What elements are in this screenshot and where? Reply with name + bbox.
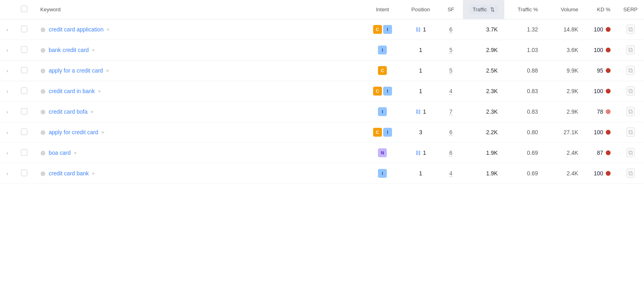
- row-expand-cell[interactable]: ›: [0, 102, 14, 122]
- serp-cell[interactable]: ⧉: [617, 102, 644, 122]
- sf-cell[interactable]: 6: [439, 122, 463, 143]
- serp-preview-button[interactable]: ⧉: [626, 25, 635, 34]
- serp-cell[interactable]: ⧉: [617, 19, 644, 40]
- intent-cell: I: [362, 40, 402, 60]
- expand-chevron-icon[interactable]: ›: [6, 150, 8, 156]
- serp-preview-button[interactable]: ⧉: [626, 127, 635, 137]
- serp-cell[interactable]: ⧉: [617, 143, 644, 163]
- serp-preview-button[interactable]: ⧉: [626, 169, 635, 178]
- serp-preview-button[interactable]: ⧉: [626, 45, 635, 54]
- row-checkbox[interactable]: [21, 108, 27, 114]
- select-all-checkbox[interactable]: [21, 6, 27, 12]
- row-expand-cell[interactable]: ›: [0, 40, 14, 60]
- row-checkbox-cell[interactable]: [14, 163, 34, 184]
- serp-cell[interactable]: ⧉: [617, 122, 644, 143]
- traffic-pct-cell: 0.69: [504, 163, 545, 184]
- row-expand-cell[interactable]: ›: [0, 19, 14, 40]
- keyword-link[interactable]: ⊕ credit card bofa »: [40, 108, 93, 116]
- row-checkbox[interactable]: [21, 170, 27, 176]
- serp-preview-button[interactable]: ⧉: [626, 148, 635, 157]
- sf-value[interactable]: 6: [449, 150, 452, 156]
- row-checkbox[interactable]: [21, 149, 27, 156]
- kd-value: 100: [594, 88, 603, 94]
- row-checkbox-cell[interactable]: [14, 81, 34, 102]
- intent-badge-c: C: [373, 25, 382, 34]
- row-checkbox-cell[interactable]: [14, 143, 34, 163]
- serp-preview-button[interactable]: ⧉: [626, 86, 635, 96]
- kd-value: 100: [594, 170, 603, 177]
- intent-cell: N: [362, 143, 402, 163]
- expand-chevron-icon[interactable]: ›: [6, 27, 8, 33]
- sf-value[interactable]: 5: [449, 67, 452, 74]
- th-traffic[interactable]: Traffic ⇅: [463, 0, 504, 19]
- sf-cell[interactable]: 6: [439, 143, 463, 163]
- kd-cell: 100: [585, 19, 617, 40]
- row-checkbox[interactable]: [21, 67, 27, 73]
- serp-cell[interactable]: ⧉: [617, 81, 644, 102]
- serp-cell[interactable]: ⧉: [617, 163, 644, 184]
- position-value: 1: [419, 47, 422, 53]
- expand-chevron-icon[interactable]: ›: [6, 89, 8, 94]
- row-checkbox-cell[interactable]: [14, 122, 34, 143]
- row-checkbox[interactable]: [21, 129, 27, 135]
- serp-cell[interactable]: ⧉: [617, 40, 644, 60]
- keyword-text: boa card: [49, 150, 70, 156]
- keyword-cell: ⊕ apply for a credit card »: [34, 60, 362, 81]
- row-checkbox-cell[interactable]: [14, 19, 34, 40]
- sf-cell[interactable]: 5: [439, 60, 463, 81]
- row-checkbox-cell[interactable]: [14, 60, 34, 81]
- expand-chevron-icon[interactable]: ›: [6, 48, 8, 53]
- row-checkbox-cell[interactable]: [14, 40, 34, 60]
- keyword-link[interactable]: ⊕ boa card »: [40, 149, 76, 157]
- sf-cell[interactable]: 4: [439, 81, 463, 102]
- kd-cell: 95: [585, 60, 617, 81]
- keyword-link[interactable]: ⊕ bank credit card »: [40, 46, 95, 54]
- sf-value[interactable]: 6: [449, 129, 452, 136]
- sf-cell[interactable]: 7: [439, 102, 463, 122]
- keyword-link[interactable]: ⊕ credit card in bank »: [40, 87, 101, 95]
- kd-difficulty-dot: [606, 48, 611, 52]
- sf-value[interactable]: 7: [449, 108, 452, 115]
- kd-cell: 78: [585, 102, 617, 122]
- traffic-pct-value: 0.69: [527, 150, 538, 156]
- sf-value[interactable]: 6: [449, 26, 452, 33]
- keyword-link[interactable]: ⊕ apply for a credit card »: [40, 67, 109, 75]
- sf-cell[interactable]: 4: [439, 163, 463, 184]
- th-checkbox[interactable]: [14, 0, 34, 19]
- row-expand-cell[interactable]: ›: [0, 163, 14, 184]
- serp-preview-button[interactable]: ⧉: [626, 107, 635, 116]
- row-expand-cell[interactable]: ›: [0, 60, 14, 81]
- th-position: Position: [402, 0, 439, 19]
- traffic-value: 2.3K: [486, 108, 498, 115]
- sf-value[interactable]: 4: [449, 88, 452, 95]
- row-checkbox[interactable]: [21, 26, 27, 32]
- expand-chevron-icon[interactable]: ›: [6, 68, 8, 74]
- sf-cell[interactable]: 5: [439, 40, 463, 60]
- traffic-pct-col-label: Traffic %: [518, 6, 538, 12]
- keyword-link[interactable]: ⊕ apply for credit card »: [40, 129, 104, 136]
- row-expand-cell[interactable]: ›: [0, 81, 14, 102]
- traffic-pct-value: 0.69: [527, 170, 538, 177]
- sf-cell[interactable]: 6: [439, 19, 463, 40]
- serp-cell[interactable]: ⧉: [617, 60, 644, 81]
- table-row: › ⊕ apply for a credit card » C152.5K0.8…: [0, 60, 644, 81]
- position-cell: ⛓1: [402, 102, 439, 122]
- row-expand-cell[interactable]: ›: [0, 143, 14, 163]
- serp-preview-button[interactable]: ⧉: [626, 66, 635, 75]
- kd-group: 100: [591, 129, 611, 135]
- keyword-link[interactable]: ⊕ credit card bank »: [40, 170, 95, 177]
- expand-chevron-icon[interactable]: ›: [6, 130, 8, 135]
- intent-group: CI: [369, 87, 396, 96]
- traffic-cell: 3.7K: [463, 19, 504, 40]
- row-expand-cell[interactable]: ›: [0, 122, 14, 143]
- traffic-value: 1.9K: [486, 170, 498, 177]
- traffic-pct-value: 1.03: [527, 47, 538, 53]
- row-checkbox-cell[interactable]: [14, 102, 34, 122]
- keyword-link[interactable]: ⊕ credit card application »: [40, 26, 109, 33]
- row-checkbox[interactable]: [21, 87, 27, 94]
- sf-value[interactable]: 4: [449, 170, 452, 177]
- expand-chevron-icon[interactable]: ›: [6, 171, 8, 177]
- sf-value[interactable]: 5: [449, 47, 452, 54]
- expand-chevron-icon[interactable]: ›: [6, 109, 8, 115]
- row-checkbox[interactable]: [21, 46, 27, 53]
